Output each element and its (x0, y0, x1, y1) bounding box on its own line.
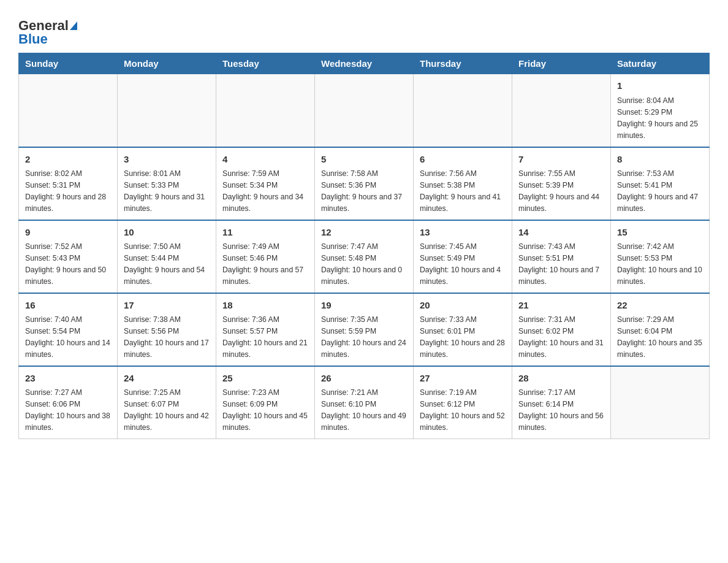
calendar-cell: 10Sunrise: 7:50 AM Sunset: 5:44 PM Dayli… (118, 220, 216, 293)
calendar-cell: 15Sunrise: 7:42 AM Sunset: 5:53 PM Dayli… (611, 220, 710, 293)
day-number: 2 (25, 153, 111, 167)
day-info: Sunrise: 7:53 AM Sunset: 5:41 PM Dayligh… (617, 168, 703, 215)
day-info: Sunrise: 7:45 AM Sunset: 5:49 PM Dayligh… (420, 241, 506, 288)
calendar-cell: 26Sunrise: 7:21 AM Sunset: 6:10 PM Dayli… (315, 366, 414, 439)
calendar-cell (414, 74, 512, 147)
day-number: 25 (222, 372, 308, 386)
logo-text-blue: Blue (18, 32, 48, 47)
calendar-header-row: SundayMondayTuesdayWednesdayThursdayFrid… (19, 53, 710, 74)
day-number: 21 (518, 299, 604, 313)
day-info: Sunrise: 7:43 AM Sunset: 5:51 PM Dayligh… (518, 241, 604, 288)
calendar-cell: 24Sunrise: 7:25 AM Sunset: 6:07 PM Dayli… (118, 366, 216, 439)
day-info: Sunrise: 7:25 AM Sunset: 6:07 PM Dayligh… (124, 387, 210, 434)
day-info: Sunrise: 7:40 AM Sunset: 5:54 PM Dayligh… (25, 314, 111, 361)
day-info: Sunrise: 7:55 AM Sunset: 5:39 PM Dayligh… (518, 168, 604, 215)
day-info: Sunrise: 7:29 AM Sunset: 6:04 PM Dayligh… (617, 314, 703, 361)
day-info: Sunrise: 7:23 AM Sunset: 6:09 PM Dayligh… (222, 387, 308, 434)
day-number: 6 (420, 153, 506, 167)
calendar-cell: 25Sunrise: 7:23 AM Sunset: 6:09 PM Dayli… (216, 366, 315, 439)
day-info: Sunrise: 7:27 AM Sunset: 6:06 PM Dayligh… (25, 387, 111, 434)
calendar-cell: 14Sunrise: 7:43 AM Sunset: 5:51 PM Dayli… (512, 220, 611, 293)
day-number: 3 (124, 153, 210, 167)
calendar-cell (19, 74, 118, 147)
day-number: 1 (617, 79, 703, 93)
calendar-cell: 23Sunrise: 7:27 AM Sunset: 6:06 PM Dayli… (19, 366, 118, 439)
day-info: Sunrise: 7:47 AM Sunset: 5:48 PM Dayligh… (321, 241, 407, 288)
day-number: 15 (617, 226, 703, 240)
calendar-cell: 8Sunrise: 7:53 AM Sunset: 5:41 PM Daylig… (611, 147, 710, 220)
day-number: 23 (25, 372, 111, 386)
calendar-cell: 3Sunrise: 8:01 AM Sunset: 5:33 PM Daylig… (118, 147, 216, 220)
day-info: Sunrise: 7:21 AM Sunset: 6:10 PM Dayligh… (321, 387, 407, 434)
calendar-cell: 18Sunrise: 7:36 AM Sunset: 5:57 PM Dayli… (216, 293, 315, 366)
calendar-cell: 19Sunrise: 7:35 AM Sunset: 5:59 PM Dayli… (315, 293, 414, 366)
weekday-header-monday: Monday (118, 53, 216, 74)
calendar-cell: 5Sunrise: 7:58 AM Sunset: 5:36 PM Daylig… (315, 147, 414, 220)
calendar-cell: 27Sunrise: 7:19 AM Sunset: 6:12 PM Dayli… (414, 366, 512, 439)
day-number: 12 (321, 226, 407, 240)
calendar-cell: 11Sunrise: 7:49 AM Sunset: 5:46 PM Dayli… (216, 220, 315, 293)
calendar-cell: 20Sunrise: 7:33 AM Sunset: 6:01 PM Dayli… (414, 293, 512, 366)
calendar-week-row: 1Sunrise: 8:04 AM Sunset: 5:29 PM Daylig… (19, 74, 710, 147)
calendar-week-row: 16Sunrise: 7:40 AM Sunset: 5:54 PM Dayli… (19, 293, 710, 366)
weekday-header-tuesday: Tuesday (216, 53, 315, 74)
day-info: Sunrise: 7:31 AM Sunset: 6:02 PM Dayligh… (518, 314, 604, 361)
day-info: Sunrise: 8:02 AM Sunset: 5:31 PM Dayligh… (25, 168, 111, 215)
day-info: Sunrise: 7:17 AM Sunset: 6:14 PM Dayligh… (518, 387, 604, 434)
day-number: 18 (222, 299, 308, 313)
calendar-cell: 7Sunrise: 7:55 AM Sunset: 5:39 PM Daylig… (512, 147, 611, 220)
day-number: 9 (25, 226, 111, 240)
calendar-cell: 21Sunrise: 7:31 AM Sunset: 6:02 PM Dayli… (512, 293, 611, 366)
day-info: Sunrise: 8:04 AM Sunset: 5:29 PM Dayligh… (617, 95, 703, 142)
calendar-cell: 13Sunrise: 7:45 AM Sunset: 5:49 PM Dayli… (414, 220, 512, 293)
day-number: 13 (420, 226, 506, 240)
calendar-cell: 1Sunrise: 8:04 AM Sunset: 5:29 PM Daylig… (611, 74, 710, 147)
day-info: Sunrise: 8:01 AM Sunset: 5:33 PM Dayligh… (124, 168, 210, 215)
day-info: Sunrise: 7:56 AM Sunset: 5:38 PM Dayligh… (420, 168, 506, 215)
calendar-cell: 9Sunrise: 7:52 AM Sunset: 5:43 PM Daylig… (19, 220, 118, 293)
day-number: 5 (321, 153, 407, 167)
day-info: Sunrise: 7:33 AM Sunset: 6:01 PM Dayligh… (420, 314, 506, 361)
calendar-cell (118, 74, 216, 147)
logo-triangle-icon (70, 21, 77, 30)
day-number: 24 (124, 372, 210, 386)
calendar-cell: 2Sunrise: 8:02 AM Sunset: 5:31 PM Daylig… (19, 147, 118, 220)
day-info: Sunrise: 7:50 AM Sunset: 5:44 PM Dayligh… (124, 241, 210, 288)
day-info: Sunrise: 7:36 AM Sunset: 5:57 PM Dayligh… (222, 314, 308, 361)
day-number: 10 (124, 226, 210, 240)
weekday-header-sunday: Sunday (19, 53, 118, 74)
calendar-week-row: 23Sunrise: 7:27 AM Sunset: 6:06 PM Dayli… (19, 366, 710, 439)
calendar-cell: 6Sunrise: 7:56 AM Sunset: 5:38 PM Daylig… (414, 147, 512, 220)
calendar-cell: 4Sunrise: 7:59 AM Sunset: 5:34 PM Daylig… (216, 147, 315, 220)
day-number: 11 (222, 226, 308, 240)
day-number: 26 (321, 372, 407, 386)
day-info: Sunrise: 7:49 AM Sunset: 5:46 PM Dayligh… (222, 241, 308, 288)
day-number: 28 (518, 372, 604, 386)
day-number: 14 (518, 226, 604, 240)
calendar-week-row: 9Sunrise: 7:52 AM Sunset: 5:43 PM Daylig… (19, 220, 710, 293)
day-number: 4 (222, 153, 308, 167)
day-info: Sunrise: 7:38 AM Sunset: 5:56 PM Dayligh… (124, 314, 210, 361)
calendar-cell (315, 74, 414, 147)
day-info: Sunrise: 7:19 AM Sunset: 6:12 PM Dayligh… (420, 387, 506, 434)
day-number: 20 (420, 299, 506, 313)
calendar-cell: 17Sunrise: 7:38 AM Sunset: 5:56 PM Dayli… (118, 293, 216, 366)
calendar-cell (512, 74, 611, 147)
calendar-cell: 22Sunrise: 7:29 AM Sunset: 6:04 PM Dayli… (611, 293, 710, 366)
calendar-cell (216, 74, 315, 147)
weekday-header-wednesday: Wednesday (315, 53, 414, 74)
day-number: 8 (617, 153, 703, 167)
day-info: Sunrise: 7:35 AM Sunset: 5:59 PM Dayligh… (321, 314, 407, 361)
day-number: 7 (518, 153, 604, 167)
weekday-header-friday: Friday (512, 53, 611, 74)
day-info: Sunrise: 7:42 AM Sunset: 5:53 PM Dayligh… (617, 241, 703, 288)
weekday-header-thursday: Thursday (414, 53, 512, 74)
day-number: 19 (321, 299, 407, 313)
calendar-week-row: 2Sunrise: 8:02 AM Sunset: 5:31 PM Daylig… (19, 147, 710, 220)
logo: General Blue (18, 18, 77, 47)
day-number: 27 (420, 372, 506, 386)
day-info: Sunrise: 7:58 AM Sunset: 5:36 PM Dayligh… (321, 168, 407, 215)
day-number: 17 (124, 299, 210, 313)
page-header: General Blue (18, 12, 710, 47)
calendar-cell (611, 366, 710, 439)
